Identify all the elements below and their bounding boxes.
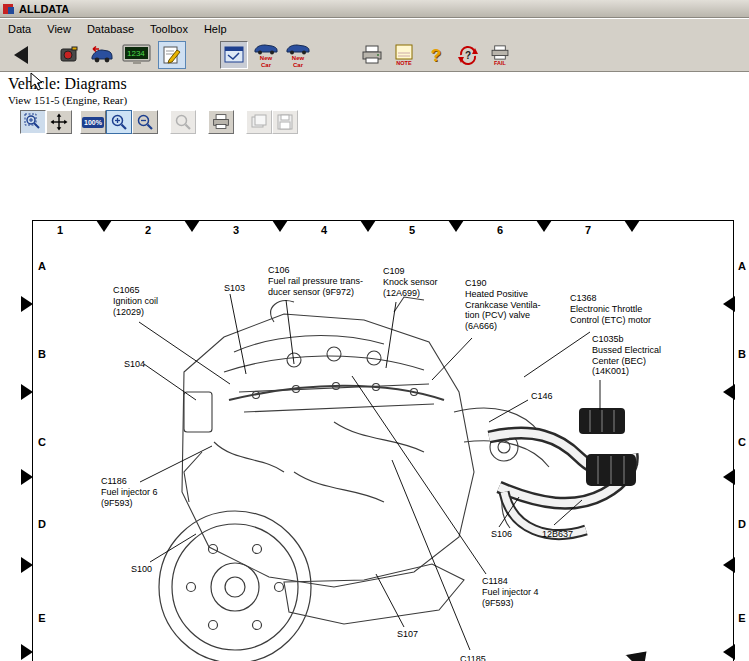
fail-print-glyph [490,45,510,60]
window-titlebar[interactable]: ALLDATA [0,0,749,18]
grid-marker-left [21,557,33,573]
new-car-prev-glyph [253,42,279,55]
shop-data-glyph [59,44,81,66]
menu-view[interactable]: View [39,20,79,38]
grid-row-c-left: C [36,436,48,448]
content-area: Vehicle: Diagrams View 151-5 (Engine, Re… [0,72,749,661]
callout-c109: C109 Knock sensor (12A699) [383,266,438,298]
help-icon[interactable]: ? [422,41,450,69]
zoom-in-icon [110,113,128,131]
zoom-out-icon [136,113,154,131]
grid-row-d-right: D [736,518,748,530]
grid-row-a-right: A [736,260,748,272]
menu-database[interactable]: Database [79,20,142,38]
zoom-in-button[interactable] [106,110,132,134]
new-car-prev-label: New Car [260,55,272,68]
callout-c1184: C1184 Fuel injector 4 (9F593) [482,576,539,608]
menu-toolbox[interactable]: Toolbox [142,20,196,38]
menu-bar: Data View Database Toolbox Help [0,19,749,39]
zoom-window-button[interactable] [20,110,46,134]
grid-marker-top [184,220,200,232]
help-question-glyph: ? [431,47,441,64]
print-glyph [361,44,383,66]
grid-col-2: 2 [141,224,155,236]
diagram-viewport[interactable]: 1 2 3 4 5 6 7 A B C D E F A B C D E F [0,143,749,661]
estimate-screen-icon[interactable]: 1234 [120,41,154,69]
note-icon[interactable]: NOTE [390,41,418,69]
callout-s100: S100 [131,564,152,575]
fail-print-icon[interactable]: FAIL [486,41,514,69]
callout-s107: S107 [397,629,418,640]
grid-row-b-left: B [36,348,48,360]
grid-marker-top [624,220,640,232]
save-image-button[interactable] [272,110,298,134]
copy-image-icon [250,113,268,131]
repair-assist-glyph: ? [456,43,480,67]
vehicle-select-glyph [90,44,114,66]
shop-data-icon[interactable] [56,41,84,69]
pan-icon [50,113,68,131]
grid-marker-right [723,296,735,312]
callout-c190: C190 Heated Positive Crankcase Ventila- … [465,278,541,332]
grid-marker-top [536,220,552,232]
callout-c1186: C1186 Fuel injector 6 (9F593) [101,476,158,508]
grid-marker-right [723,644,735,660]
diagrams-book-icon[interactable] [220,41,248,69]
alldata-app-icon [3,3,15,15]
new-car-label: New Car [292,55,304,68]
zoom-100-button[interactable]: 100% [80,110,106,134]
callout-c1035b: C1035b Bussed Electrical Center (BEC) (1… [592,334,661,377]
new-car-glyph [285,42,311,55]
callout-12b637: 12B637 [542,529,573,540]
callout-s106: S106 [491,529,512,540]
svg-text:?: ? [465,50,471,61]
grid-col-5: 5 [405,224,419,236]
save-image-icon [276,113,294,131]
menu-data[interactable]: Data [0,20,39,38]
zoom-window-icon [24,113,42,131]
grid-col-7: 7 [581,224,595,236]
zoom-100-label: 100% [82,117,104,128]
main-toolbar: 1234 New [0,39,749,72]
mouse-cursor [30,72,44,92]
grid-row-a-left: A [36,260,48,272]
estimate-screen-glyph: 1234 [122,43,152,67]
callout-c1368: C1368 Electronic Throttle Control (ETC) … [570,293,651,325]
callout-c1065: C1065 Ignition coil (12029) [113,285,158,317]
grid-marker-top [360,220,376,232]
grid-marker-left [21,469,33,485]
edit-notes-icon[interactable] [158,41,186,69]
grid-row-e-right: E [736,612,748,624]
grid-row-e-left: E [36,612,48,624]
callout-c1185: C1185 Fuel injector 5 (9F593) [460,654,517,661]
zoom-out-button[interactable] [132,110,158,134]
print-diagram-button[interactable] [208,110,234,134]
vehicle-select-icon[interactable] [88,41,116,69]
grid-marker-right [723,557,735,573]
new-car-icon[interactable]: New Car [284,41,312,69]
copy-image-button[interactable] [246,110,272,134]
menu-help[interactable]: Help [196,20,235,38]
back-button[interactable] [14,46,28,64]
repair-assist-icon[interactable]: ? [454,41,482,69]
page-subtitle: View 151-5 (Engine, Rear) [8,94,127,106]
grid-marker-top [448,220,464,232]
print-icon[interactable] [358,41,386,69]
front-of-vehicle-arrow [610,642,656,661]
pan-button[interactable] [46,110,72,134]
callout-c106: C106 Fuel rail pressure trans- ducer sen… [268,265,363,297]
grid-marker-left [21,384,33,400]
grid-row-d-left: D [36,518,48,530]
zoom-fit-icon [174,113,192,131]
grid-marker-right [723,384,735,400]
grid-marker-top [272,220,288,232]
note-glyph [394,44,414,60]
new-car-prev-icon[interactable]: New Car [252,41,280,69]
callout-s103: S103 [224,283,245,294]
grid-col-3: 3 [229,224,243,236]
fail-label: FAIL [494,60,506,66]
zoom-fit-button[interactable] [170,110,196,134]
grid-marker-left [21,644,33,660]
diagram-toolbar: 100% [20,110,298,134]
grid-row-b-right: B [736,348,748,360]
